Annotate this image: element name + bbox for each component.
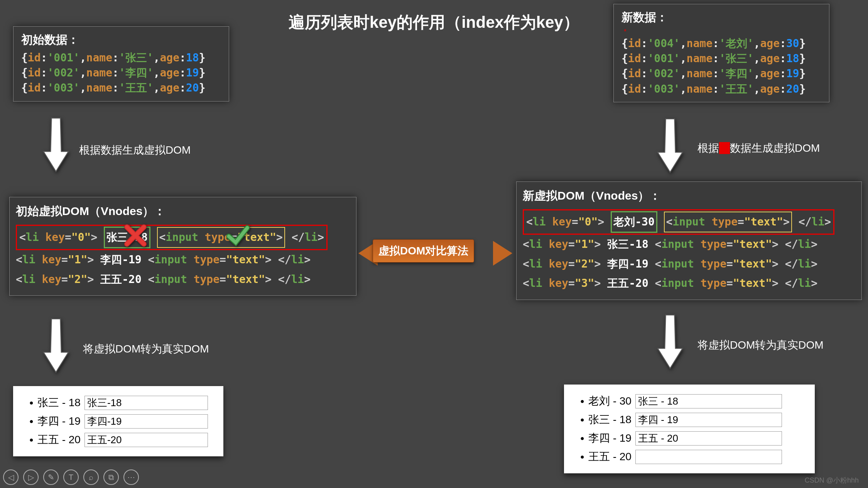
- back-button[interactable]: ◁: [3, 469, 19, 485]
- list-item-label: 王五 - 20: [37, 432, 81, 447]
- text-button[interactable]: T: [63, 469, 79, 485]
- list-item-input[interactable]: [635, 394, 782, 408]
- layers-button[interactable]: ⧉: [103, 469, 119, 485]
- initial-vnodes-header: 初始虚拟DOM（Vnodes）：: [16, 203, 350, 219]
- vnode-row: <li key="0"> 老刘-30 <input type="text"> <…: [523, 209, 855, 235]
- play-button[interactable]: ▷: [23, 469, 39, 485]
- data-row: {id:'004',name:'老刘',age:30}: [621, 36, 821, 51]
- real-dom-list-left: 张三 - 18 李四 - 19 王五 - 20: [13, 386, 223, 456]
- bottom-toolbar: ◁ ▷ ✎ T ⌕ ⧉ ⋯: [3, 469, 139, 485]
- new-vnodes-header: 新虚拟DOM（Vnodes）：: [523, 188, 855, 204]
- gen-vdom-label-right: 根据新数据生成虚拟DOM: [697, 141, 820, 156]
- initial-data-box: 初始数据： {id:'001',name:'张三',age:18} {id:'0…: [13, 26, 229, 102]
- list-item-label: 张三 - 18: [37, 395, 81, 410]
- check-mark-icon: [226, 224, 250, 247]
- vnode-row: <li key="3"> 王五-20 <input type="text"> <…: [523, 274, 855, 293]
- new-data-box: 新数据： * {id:'004',name:'老刘',age:30} {id:'…: [613, 4, 829, 102]
- data-row: {id:'002',name:'李四',age:19}: [21, 65, 221, 80]
- vnode-row: <li key="1"> 张三-18 <input type="text"> <…: [523, 235, 855, 254]
- list-item-label: 李四 - 19: [37, 414, 81, 429]
- list-item: 王五 - 20: [580, 449, 807, 464]
- data-row: {id:'002',name:'李四',age:19}: [621, 66, 821, 81]
- vnode-row: <li key="2"> 王五-20 <input type="text"> <…: [16, 270, 350, 289]
- more-button[interactable]: ⋯: [123, 469, 139, 485]
- list-item: 张三 - 18: [580, 412, 807, 427]
- page-title: 遍历列表时key的作用（index作为key）: [289, 12, 579, 33]
- new-data-header: 新数据：: [621, 10, 821, 25]
- list-item-input[interactable]: [635, 431, 782, 446]
- convert-real-dom-label-right: 将虚拟DOM转为真实DOM: [697, 338, 824, 352]
- diff-algorithm-label: 虚拟DOM对比算法: [373, 239, 474, 263]
- list-item: 李四 - 19: [580, 431, 807, 446]
- list-item: 王五 - 20: [29, 432, 216, 447]
- data-row: {id:'003',name:'王五',age:20}: [621, 81, 821, 97]
- initial-data-header: 初始数据：: [21, 32, 221, 48]
- list-item-input[interactable]: [84, 414, 208, 429]
- data-row: {id:'003',name:'王五',age:20}: [21, 80, 221, 95]
- new-vnodes-box: 新虚拟DOM（Vnodes）： <li key="0"> 老刘-30 <inpu…: [516, 181, 862, 300]
- list-item: 李四 - 19: [29, 414, 216, 429]
- asterisk: *: [624, 28, 821, 36]
- list-item: 老刘 - 30: [580, 394, 807, 408]
- down-arrow-icon: [42, 116, 69, 174]
- list-item: 张三 - 18: [29, 395, 216, 410]
- list-item-label: 李四 - 19: [588, 431, 632, 446]
- list-item-label: 张三 - 18: [588, 412, 632, 427]
- list-item-input[interactable]: [84, 433, 208, 447]
- data-row: {id:'001',name:'张三',age:18}: [621, 51, 821, 66]
- vnode-row: <li key="2"> 李四-19 <input type="text"> <…: [523, 254, 855, 274]
- list-item-label: 王五 - 20: [588, 449, 632, 464]
- x-mark-icon: [124, 224, 147, 247]
- zoom-button[interactable]: ⌕: [83, 469, 99, 485]
- real-dom-list-right: 老刘 - 30 张三 - 18 李四 - 19 王五 - 20: [564, 385, 815, 473]
- right-arrowhead-icon: [493, 241, 512, 266]
- watermark: CSDN @小粉hhh: [805, 476, 859, 485]
- convert-real-dom-label-left: 将虚拟DOM转为真实DOM: [83, 342, 209, 356]
- list-item-input[interactable]: [635, 450, 782, 464]
- down-arrow-icon: [657, 117, 684, 175]
- initial-vnodes-box: 初始虚拟DOM（Vnodes）： <li key="0"> 张三-18 <inp…: [9, 197, 356, 296]
- list-item-input[interactable]: [84, 396, 208, 410]
- list-item-label: 老刘 - 30: [588, 394, 632, 408]
- list-item-input[interactable]: [635, 413, 782, 427]
- down-arrow-icon: [42, 317, 69, 374]
- down-arrow-icon: [657, 313, 684, 371]
- edit-button[interactable]: ✎: [43, 469, 59, 485]
- data-row: {id:'001',name:'张三',age:18}: [21, 50, 221, 65]
- gen-vdom-label-left: 根据数据生成虚拟DOM: [79, 143, 191, 158]
- vnode-row: <li key="0"> 张三-18 <input type="text"> <…: [16, 225, 350, 250]
- vnode-row: <li key="1"> 李四-19 <input type="text"> <…: [16, 250, 350, 269]
